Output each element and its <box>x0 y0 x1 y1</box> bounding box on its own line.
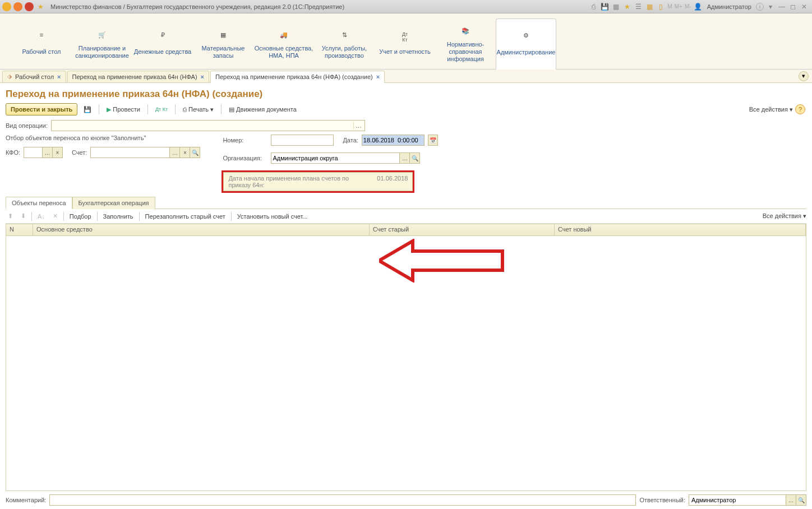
page-title: Переход на применение приказа 64н (НФА) … <box>6 89 806 100</box>
gear-icon: ⚙ <box>521 32 531 42</box>
col-old[interactable]: Счет старый <box>370 224 555 235</box>
post-and-close-button[interactable]: Провести и закрыть <box>6 103 77 115</box>
tab-transition[interactable]: Переход на применение приказа 64н (НФА) … <box>67 71 210 83</box>
user-label: Администратор <box>707 3 751 10</box>
kfo-input[interactable]: … × <box>24 147 63 158</box>
ellipsis-icon[interactable]: … <box>42 147 52 158</box>
col-asset[interactable]: Основное средство <box>33 224 370 235</box>
back-icon[interactable] <box>13 2 22 11</box>
ellipsis-icon[interactable]: … <box>353 122 363 129</box>
window-title: Министерство финансов / Бухгалтерия госу… <box>50 3 344 10</box>
sort-asc-icon[interactable]: A↓ <box>35 212 47 221</box>
nav-reference[interactable]: 📚 Нормативно-справочная информация <box>435 18 496 69</box>
nav-planning[interactable]: 🛒 Планирование и санкционирование <box>72 18 132 69</box>
tab-objects[interactable]: Объекты переноса <box>6 197 72 209</box>
close-icon[interactable]: ✕ <box>800 2 809 11</box>
org-input[interactable]: … 🔍 <box>271 152 420 164</box>
separator <box>231 212 232 221</box>
table-body[interactable] <box>6 236 806 491</box>
set-new-button[interactable]: Установить новый счет... <box>235 212 310 221</box>
save-icon[interactable]: 💾 <box>600 2 609 11</box>
col-n[interactable]: N <box>6 224 33 235</box>
operation-type-input[interactable]: … <box>51 120 365 131</box>
movements-button[interactable]: ▤Движения документа <box>226 103 299 115</box>
minimize-icon[interactable]: — <box>777 2 786 11</box>
move-up-icon[interactable]: ⬆ <box>6 211 15 221</box>
pick-button[interactable]: Подбор <box>67 212 94 221</box>
memory-mplus[interactable]: M+ <box>675 3 682 10</box>
close-icon[interactable]: × <box>57 73 61 80</box>
save-button[interactable]: 💾 <box>81 103 94 115</box>
star-icon[interactable]: ★ <box>36 2 45 11</box>
info-icon[interactable]: i <box>756 3 764 11</box>
number-field[interactable] <box>271 135 333 145</box>
main-content: Переход на применение приказа 64н (НФА) … <box>0 83 812 509</box>
ellipsis-icon[interactable]: … <box>169 147 179 158</box>
window-titlebar: ★ Министерство финансов / Бухгалтерия го… <box>0 0 812 13</box>
col-new[interactable]: Счет новый <box>555 224 806 235</box>
nav-assets[interactable]: 🚚 Основные средства, НМА, НПА <box>253 18 314 69</box>
nav-label: Учет и отчетность <box>379 45 431 59</box>
all-actions-button[interactable]: Все действия ▾ <box>749 106 793 113</box>
responsible-value: Администратор <box>689 497 786 503</box>
tab-transition-create[interactable]: Переход на применение приказа 64н (НФА) … <box>210 71 385 83</box>
print-icon[interactable]: ⎙ <box>589 2 598 11</box>
clear-icon[interactable]: × <box>179 147 190 158</box>
fill-button[interactable]: Заполнить <box>101 212 136 221</box>
close-icon[interactable]: × <box>201 73 204 80</box>
move-down-icon[interactable]: ⬇ <box>19 211 28 221</box>
help-icon[interactable]: ? <box>795 104 805 114</box>
dropdown-icon[interactable]: ▾ <box>766 2 775 11</box>
nav-materials[interactable]: ▦ Материальные запасы <box>193 18 253 69</box>
link-icon[interactable]: ☰ <box>634 2 643 11</box>
clear-icon[interactable]: × <box>52 147 62 158</box>
number-input[interactable] <box>271 135 334 146</box>
tabs-overflow-icon[interactable]: ▾ <box>799 71 809 81</box>
responsible-input[interactable]: Администратор … 🔍 <box>689 494 806 506</box>
dtkt-button[interactable]: Дт Кт <box>153 103 170 115</box>
sliders-icon: ⇅ <box>339 31 349 41</box>
bar-icon[interactable]: ▯ <box>656 2 665 11</box>
kfo-field[interactable] <box>24 147 42 158</box>
separator <box>63 212 64 221</box>
close-icon[interactable]: × <box>376 73 380 80</box>
operation-type-label: Вид операции: <box>6 122 48 129</box>
calc-icon[interactable]: ▦ <box>611 2 620 11</box>
app-icon <box>2 2 11 11</box>
account-input[interactable]: … × 🔍 <box>90 147 200 158</box>
nav-services[interactable]: ⇅ Услуги, работы, производство <box>314 18 375 69</box>
print-button[interactable]: ⎙Печать▾ <box>180 103 216 115</box>
memory-m[interactable]: M <box>667 3 672 10</box>
tab-accounting-op[interactable]: Бухгалтерская операция <box>72 197 155 209</box>
ellipsis-icon[interactable]: … <box>399 153 409 163</box>
search-icon[interactable]: 🔍 <box>796 495 806 505</box>
ellipsis-icon[interactable]: … <box>786 495 796 505</box>
search-icon[interactable]: 🔍 <box>190 147 200 158</box>
nav-label: Нормативно-справочная информация <box>435 41 496 63</box>
date-field[interactable] <box>362 135 424 145</box>
all-actions-table-button[interactable]: Все действия ▾ <box>763 212 806 220</box>
tab-desktop[interactable]: ⬗ Рабочий стол × <box>2 71 66 83</box>
comment-input[interactable] <box>49 494 636 506</box>
delete-icon[interactable]: ✕ <box>50 211 60 221</box>
nav-money[interactable]: ₽ Денежные средства <box>132 18 193 69</box>
nav-admin[interactable]: ⚙ Администрирование <box>496 18 556 70</box>
separator <box>97 212 98 221</box>
forward-icon[interactable] <box>25 2 34 11</box>
search-icon[interactable]: 🔍 <box>409 153 419 163</box>
post-button[interactable]: ▶Провести <box>104 103 143 115</box>
date-input[interactable] <box>362 135 425 146</box>
comment-field[interactable] <box>50 495 635 505</box>
maximize-icon[interactable]: ◻ <box>788 2 797 11</box>
org-field[interactable] <box>271 153 399 163</box>
cart-icon: 🛒 <box>97 31 107 41</box>
nav-accounting[interactable]: Дт Кт Учет и отчетность <box>375 18 435 69</box>
calendar-icon[interactable]: ▦ <box>645 2 654 11</box>
refill-old-button[interactable]: Перезаполнить старый счет <box>143 212 228 221</box>
memory-mminus[interactable]: M- <box>685 3 691 10</box>
account-field[interactable] <box>91 147 169 158</box>
account-label: Счет: <box>72 149 87 156</box>
calendar-icon[interactable]: 📅 <box>428 135 438 146</box>
star2-icon[interactable]: ★ <box>622 2 631 11</box>
nav-desktop[interactable]: ≡ Рабочий стол <box>11 18 72 69</box>
